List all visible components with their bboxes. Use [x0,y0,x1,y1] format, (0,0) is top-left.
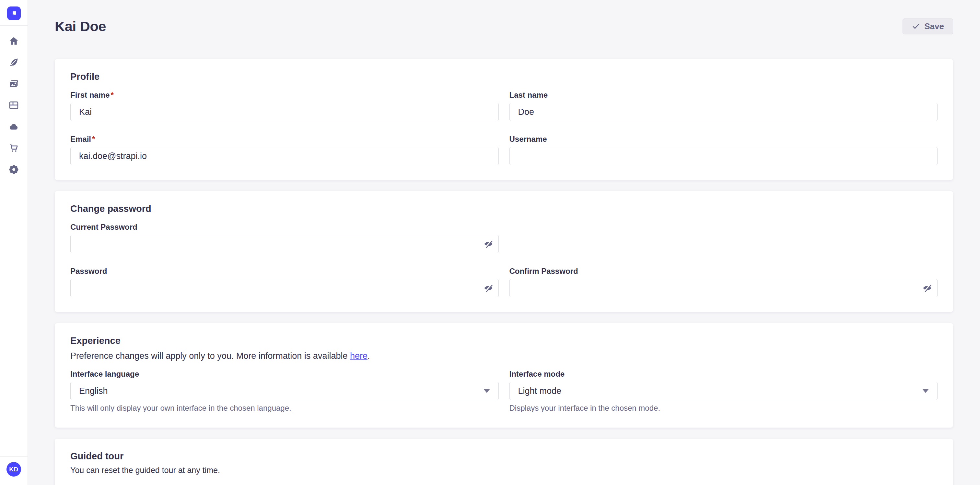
page-header: Kai Doe Save [55,0,953,36]
current-password-label: Current Password [70,223,499,231]
confirm-password-label: Confirm Password [509,266,938,276]
main-content: Kai Doe Save Profile First name* Last na… [28,0,980,485]
cart-icon [8,143,19,153]
confirm-password-input[interactable] [509,279,938,297]
first-name-input[interactable] [70,103,499,121]
more-information-link[interactable]: here [350,351,368,361]
change-password-card: Change password Current Password [55,191,953,312]
toggle-password-visibility-button[interactable] [483,283,493,293]
guided-tour-heading: Guided tour [70,451,937,462]
sidebar-bottom: KD [0,456,28,485]
last-name-field: Last name [509,91,938,121]
first-name-label: First name* [70,91,499,100]
current-password-input[interactable] [70,235,499,253]
settings-gear-icon [8,164,19,175]
save-button[interactable]: Save [902,19,953,34]
sidebar-item-home[interactable] [8,35,19,46]
username-input[interactable] [509,147,938,165]
eye-slash-icon [922,283,932,293]
current-password-field: Current Password [70,223,499,253]
first-name-field: First name* [70,91,499,121]
interface-mode-select[interactable]: Light mode [509,382,938,400]
interface-mode-hint: Displays your interface in the chosen mo… [509,404,938,413]
sidebar: KD [0,0,28,485]
sidebar-divider-top [0,25,28,26]
experience-description: Preference changes will apply only to yo… [70,351,937,361]
interface-language-hint: This will only display your own interfac… [70,404,499,413]
email-input[interactable] [70,147,499,165]
toggle-current-password-visibility-button[interactable] [483,239,493,249]
logo-container [7,0,21,25]
spacer-cell [509,223,938,253]
confirm-password-field: Confirm Password [509,266,938,297]
feather-icon [8,57,19,68]
interface-language-value: English [79,386,108,396]
last-name-input[interactable] [509,103,938,121]
interface-language-label: Interface language [70,370,499,378]
email-label: Email* [70,135,499,144]
sidebar-item-content-manager[interactable] [8,57,19,68]
profile-heading: Profile [70,71,937,82]
check-icon [912,22,920,30]
experience-heading: Experience [70,335,937,346]
cloud-icon [8,121,19,132]
sidebar-nav [8,35,19,175]
last-name-label: Last name [509,91,938,100]
profile-card: Profile First name* Last name [55,59,953,180]
strapi-logo-icon [7,6,21,20]
password-label: Password [70,266,499,276]
media-library-icon [8,78,19,89]
username-field: Username [509,135,938,165]
change-password-heading: Change password [70,203,937,214]
sidebar-item-media-library[interactable] [8,78,19,89]
guided-tour-description: You can reset the guided tour at any tim… [70,466,937,475]
layout-icon [8,100,19,111]
password-input[interactable] [70,279,499,297]
eye-slash-icon [483,239,493,249]
interface-mode-value: Light mode [518,386,562,396]
toggle-confirm-password-visibility-button[interactable] [922,283,932,293]
interface-mode-field: Interface mode Light mode Displays your … [509,370,938,413]
required-asterisk: * [110,91,113,100]
username-label: Username [509,135,938,144]
sidebar-item-settings[interactable] [8,164,19,175]
interface-language-field: Interface language English This will onl… [70,370,499,413]
interface-mode-label: Interface mode [509,370,938,378]
chevron-down-icon [922,389,929,393]
chevron-down-icon [484,389,490,393]
sidebar-item-content-type-builder[interactable] [8,100,19,111]
sidebar-item-cloud[interactable] [8,121,19,132]
save-button-label: Save [924,21,944,32]
required-asterisk: * [92,135,95,144]
experience-card: Experience Preference changes will apply… [55,323,953,428]
email-field: Email* [70,135,499,165]
user-avatar[interactable]: KD [6,462,21,477]
eye-slash-icon [483,283,493,293]
guided-tour-card: Guided tour You can reset the guided tou… [55,439,953,485]
sidebar-item-marketplace[interactable] [8,142,19,153]
password-field: Password [70,266,499,297]
page-title: Kai Doe [55,19,106,34]
interface-language-select[interactable]: English [70,382,499,400]
home-icon [8,36,19,46]
